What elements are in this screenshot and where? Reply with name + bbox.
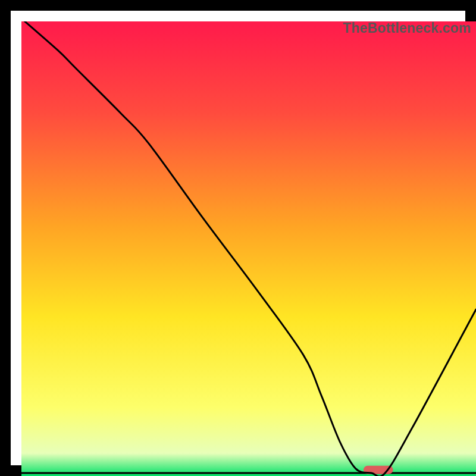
plot-area: TheBottleneck.com: [21, 21, 476, 476]
gradient-background: [21, 21, 476, 476]
chart-frame: TheBottleneck.com: [0, 0, 476, 476]
chart-svg: [21, 21, 476, 476]
watermark-text: TheBottleneck.com: [343, 20, 471, 36]
